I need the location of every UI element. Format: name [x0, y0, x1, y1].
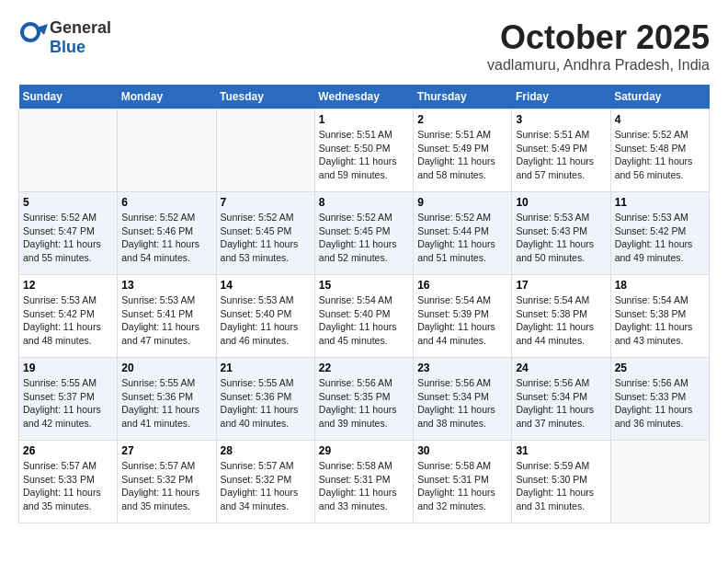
calendar-cell: 21Sunrise: 5:55 AM Sunset: 5:36 PM Dayli…: [216, 358, 314, 441]
calendar-cell: 19Sunrise: 5:55 AM Sunset: 5:37 PM Dayli…: [19, 358, 118, 441]
header-title: October 2025: [487, 18, 710, 57]
header: October 2025 vadlamuru, Andhra Pradesh, …: [487, 18, 710, 74]
day-number: 6: [121, 196, 211, 209]
day-info: Sunrise: 5:55 AM Sunset: 5:36 PM Dayligh…: [221, 376, 311, 431]
day-number: 31: [516, 444, 606, 457]
day-info: Sunrise: 5:56 AM Sunset: 5:33 PM Dayligh…: [615, 376, 705, 431]
calendar-cell: 29Sunrise: 5:58 AM Sunset: 5:31 PM Dayli…: [314, 441, 413, 523]
day-number: 5: [23, 196, 113, 209]
header-subtitle: vadlamuru, Andhra Pradesh, India: [487, 57, 710, 74]
calendar-cell: 15Sunrise: 5:54 AM Sunset: 5:40 PM Dayli…: [314, 275, 413, 358]
day-info: Sunrise: 5:57 AM Sunset: 5:33 PM Dayligh…: [23, 459, 113, 513]
day-info: Sunrise: 5:53 AM Sunset: 5:42 PM Dayligh…: [615, 211, 705, 265]
calendar-cell: 14Sunrise: 5:53 AM Sunset: 5:40 PM Dayli…: [216, 275, 314, 358]
day-info: Sunrise: 5:56 AM Sunset: 5:34 PM Dayligh…: [417, 376, 507, 431]
calendar-cell: 6Sunrise: 5:52 AM Sunset: 5:46 PM Daylig…: [118, 192, 216, 275]
calendar-cell: 5Sunrise: 5:52 AM Sunset: 5:47 PM Daylig…: [19, 192, 118, 275]
calendar-cell: 7Sunrise: 5:52 AM Sunset: 5:45 PM Daylig…: [216, 192, 314, 275]
logo-text: General Blue: [50, 18, 111, 57]
calendar-cell: 23Sunrise: 5:56 AM Sunset: 5:34 PM Dayli…: [414, 358, 512, 441]
day-info: Sunrise: 5:56 AM Sunset: 5:35 PM Dayligh…: [319, 376, 409, 431]
day-number: 12: [23, 279, 113, 292]
calendar-cell: 25Sunrise: 5:56 AM Sunset: 5:33 PM Dayli…: [610, 358, 709, 441]
header-day-wednesday: Wednesday: [314, 85, 413, 109]
day-info: Sunrise: 5:51 AM Sunset: 5:49 PM Dayligh…: [516, 128, 606, 182]
calendar-week-row: 26Sunrise: 5:57 AM Sunset: 5:33 PM Dayli…: [19, 441, 710, 523]
header-day-monday: Monday: [118, 85, 216, 109]
day-number: 16: [417, 279, 507, 292]
logo-blue: Blue: [50, 38, 85, 56]
day-number: 20: [121, 362, 211, 374]
day-number: 2: [417, 113, 507, 126]
calendar-cell: 24Sunrise: 5:56 AM Sunset: 5:34 PM Dayli…: [512, 358, 610, 441]
day-number: 11: [615, 196, 705, 209]
calendar-cell: 30Sunrise: 5:58 AM Sunset: 5:31 PM Dayli…: [414, 441, 512, 523]
day-info: Sunrise: 5:55 AM Sunset: 5:36 PM Dayligh…: [121, 376, 211, 431]
day-number: 15: [319, 279, 409, 292]
day-number: 25: [615, 362, 705, 374]
calendar-cell: 12Sunrise: 5:53 AM Sunset: 5:42 PM Dayli…: [19, 275, 118, 358]
day-number: 8: [319, 196, 409, 209]
day-info: Sunrise: 5:53 AM Sunset: 5:40 PM Dayligh…: [221, 293, 311, 348]
logo-icon: [18, 20, 48, 55]
day-info: Sunrise: 5:53 AM Sunset: 5:41 PM Dayligh…: [121, 293, 211, 348]
calendar-week-row: 12Sunrise: 5:53 AM Sunset: 5:42 PM Dayli…: [19, 275, 710, 358]
calendar-cell: 2Sunrise: 5:51 AM Sunset: 5:49 PM Daylig…: [414, 109, 512, 192]
header-day-thursday: Thursday: [414, 85, 512, 109]
day-number: 21: [221, 362, 311, 374]
calendar-cell: [118, 109, 216, 192]
day-info: Sunrise: 5:51 AM Sunset: 5:49 PM Dayligh…: [417, 128, 507, 182]
header-day-sunday: Sunday: [19, 85, 118, 109]
calendar-week-row: 19Sunrise: 5:55 AM Sunset: 5:37 PM Dayli…: [19, 358, 710, 441]
day-info: Sunrise: 5:52 AM Sunset: 5:47 PM Dayligh…: [23, 211, 113, 265]
header-day-friday: Friday: [512, 85, 610, 109]
day-number: 19: [23, 362, 113, 374]
day-info: Sunrise: 5:52 AM Sunset: 5:44 PM Dayligh…: [417, 211, 507, 265]
calendar-cell: 8Sunrise: 5:52 AM Sunset: 5:45 PM Daylig…: [314, 192, 413, 275]
calendar-week-row: 1Sunrise: 5:51 AM Sunset: 5:50 PM Daylig…: [19, 109, 710, 192]
calendar-cell: 22Sunrise: 5:56 AM Sunset: 5:35 PM Dayli…: [314, 358, 413, 441]
header-day-tuesday: Tuesday: [216, 85, 314, 109]
day-info: Sunrise: 5:52 AM Sunset: 5:46 PM Dayligh…: [121, 211, 211, 265]
day-number: 23: [417, 362, 507, 374]
day-info: Sunrise: 5:58 AM Sunset: 5:31 PM Dayligh…: [417, 459, 507, 513]
calendar-table: SundayMondayTuesdayWednesdayThursdayFrid…: [18, 85, 710, 523]
day-number: 30: [417, 444, 507, 457]
day-info: Sunrise: 5:54 AM Sunset: 5:38 PM Dayligh…: [615, 293, 705, 348]
calendar-cell: [610, 441, 709, 523]
day-number: 29: [319, 444, 409, 457]
calendar-cell: 10Sunrise: 5:53 AM Sunset: 5:43 PM Dayli…: [512, 192, 610, 275]
day-info: Sunrise: 5:57 AM Sunset: 5:32 PM Dayligh…: [221, 459, 311, 513]
calendar-cell: 16Sunrise: 5:54 AM Sunset: 5:39 PM Dayli…: [414, 275, 512, 358]
logo-general: General: [50, 18, 111, 37]
day-number: 18: [615, 279, 705, 292]
day-info: Sunrise: 5:54 AM Sunset: 5:38 PM Dayligh…: [516, 293, 606, 348]
day-number: 17: [516, 279, 606, 292]
calendar-cell: [19, 109, 118, 192]
calendar-cell: 1Sunrise: 5:51 AM Sunset: 5:50 PM Daylig…: [314, 109, 413, 192]
day-number: 9: [417, 196, 507, 209]
day-number: 26: [23, 444, 113, 457]
day-info: Sunrise: 5:52 AM Sunset: 5:45 PM Dayligh…: [221, 211, 311, 265]
calendar-cell: 17Sunrise: 5:54 AM Sunset: 5:38 PM Dayli…: [512, 275, 610, 358]
calendar-cell: 4Sunrise: 5:52 AM Sunset: 5:48 PM Daylig…: [610, 109, 709, 192]
calendar-cell: 26Sunrise: 5:57 AM Sunset: 5:33 PM Dayli…: [19, 441, 118, 523]
day-number: 10: [516, 196, 606, 209]
calendar-cell: 9Sunrise: 5:52 AM Sunset: 5:44 PM Daylig…: [414, 192, 512, 275]
day-number: 1: [319, 113, 409, 126]
calendar-cell: 28Sunrise: 5:57 AM Sunset: 5:32 PM Dayli…: [216, 441, 314, 523]
day-number: 28: [221, 444, 311, 457]
day-info: Sunrise: 5:54 AM Sunset: 5:39 PM Dayligh…: [417, 293, 507, 348]
calendar-cell: 31Sunrise: 5:59 AM Sunset: 5:30 PM Dayli…: [512, 441, 610, 523]
day-info: Sunrise: 5:51 AM Sunset: 5:50 PM Dayligh…: [319, 128, 409, 182]
day-info: Sunrise: 5:54 AM Sunset: 5:40 PM Dayligh…: [319, 293, 409, 348]
day-number: 4: [615, 113, 705, 126]
logo: General Blue: [18, 18, 111, 57]
day-number: 22: [319, 362, 409, 374]
day-info: Sunrise: 5:52 AM Sunset: 5:48 PM Dayligh…: [615, 128, 705, 182]
calendar-cell: 13Sunrise: 5:53 AM Sunset: 5:41 PM Dayli…: [118, 275, 216, 358]
day-info: Sunrise: 5:53 AM Sunset: 5:43 PM Dayligh…: [516, 211, 606, 265]
calendar-week-row: 5Sunrise: 5:52 AM Sunset: 5:47 PM Daylig…: [19, 192, 710, 275]
calendar-cell: 3Sunrise: 5:51 AM Sunset: 5:49 PM Daylig…: [512, 109, 610, 192]
day-number: 14: [221, 279, 311, 292]
